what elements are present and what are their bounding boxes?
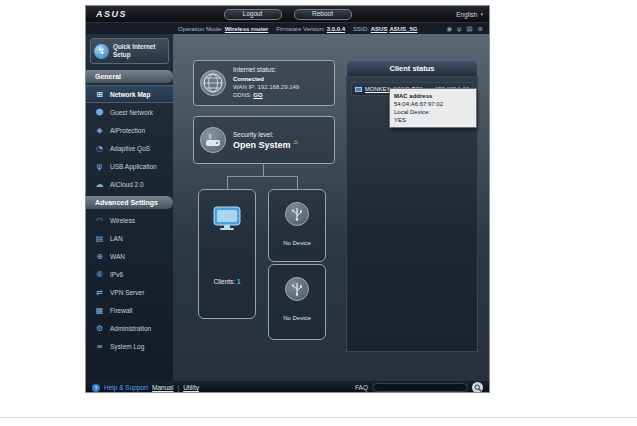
usb-device-card-2[interactable]: No Device [268, 264, 326, 340]
sidebar-item-label: USB Application [110, 163, 157, 170]
usb-icon [285, 202, 309, 226]
search-icon[interactable] [472, 382, 483, 393]
sidebar-item-label: Network Map [110, 91, 150, 98]
asus-logo: ASUS [86, 9, 127, 19]
security-level-value: Open System ⚠ [233, 138, 298, 150]
sidebar-item-system-log[interactable]: ≡ System Log [86, 337, 173, 355]
ssid-group: SSID: ASUS ASUS_5G [353, 26, 417, 32]
lan-icon: ▤ [94, 233, 105, 244]
sidebar-item-label: Guest Network [110, 109, 153, 116]
log-icon: ≡ [94, 341, 105, 352]
globe-status-icon[interactable]: ⊕ [478, 25, 483, 33]
ddns-go-link[interactable]: GO [253, 92, 262, 98]
usb-device-card-1[interactable]: No Device [268, 189, 326, 262]
sidebar-item-guest-network[interactable]: ☻ Guest Network [86, 103, 173, 121]
language-selector[interactable]: English ▾ [456, 11, 483, 18]
section-header-general: General [86, 70, 173, 83]
security-value-text: Open System [233, 140, 291, 150]
vpn-icon: ⇄ [94, 287, 105, 298]
sidebar-item-administration[interactable]: ⚙ Administration [86, 319, 173, 337]
sidebar-item-label: System Log [110, 343, 144, 350]
usb-status-icon[interactable]: ψ [457, 25, 461, 33]
internet-status-card: Internet status: Connected WAN IP: 192.1… [193, 60, 335, 106]
globe-icon: ⊕ [94, 251, 105, 262]
local-device-value: YES [394, 116, 472, 124]
connector-line [227, 176, 228, 189]
clients-label-line: Clients: 1 [199, 278, 255, 285]
sidebar-item-adaptive-qos[interactable]: ◔ Adaptive QoS [86, 139, 173, 157]
wan-ip-value: 192.168.29.149 [257, 84, 299, 90]
reboot-button[interactable]: Reboot [294, 9, 352, 20]
client-device-icon [355, 87, 362, 92]
section-header-advanced: Advanced Settings [86, 196, 173, 209]
sidebar-item-usb-application[interactable]: ψ USB Application [86, 157, 173, 175]
sidebar-item-firewall[interactable]: ▦ Firewall [86, 301, 173, 319]
sidebar-item-aiprotection[interactable]: ◈ AiProtection [86, 121, 173, 139]
quick-setup-label: Quick Internet Setup [113, 43, 165, 58]
footer-bar: ? Help & Support Manual | Utility FAQ [86, 381, 489, 393]
security-text: Security level: Open System ⚠ [233, 131, 298, 150]
sidebar-item-network-map[interactable]: ⊞ Network Map [86, 85, 173, 103]
info-bar: Operation Mode: Wireless router Firmware… [86, 22, 489, 34]
security-level-label: Security level: [233, 131, 298, 138]
sidebar-item-ipv6[interactable]: ⑥ IPv6 [86, 265, 173, 283]
client-tooltip: MAC address 54:04:A6:67:97:02 Local Devi… [389, 88, 477, 128]
router-admin-window: ASUS Logout Reboot English ▾ Operation M… [85, 5, 490, 393]
usb-icon: ψ [94, 161, 105, 172]
quick-setup-icon: ↯ [94, 44, 109, 59]
printer-status-icon[interactable]: ▤ [466, 25, 472, 33]
local-device-label: Local Device: [394, 108, 472, 116]
connector-line [227, 176, 298, 177]
sidebar-item-lan[interactable]: ▤ LAN [86, 229, 173, 247]
top-bar: ASUS Logout Reboot English ▾ [86, 6, 489, 22]
internet-status-value: Connected [233, 75, 299, 83]
connector-line [263, 164, 264, 176]
ssid-link-24g[interactable]: ASUS [371, 26, 388, 32]
monitor-icon [212, 206, 242, 236]
security-warning-icon[interactable]: ⚠ [293, 138, 298, 145]
operation-mode-link[interactable]: Wireless router [225, 26, 269, 32]
sidebar-item-label: IPv6 [110, 271, 123, 278]
sidebar-item-label: Administration [110, 325, 151, 332]
sidebar-item-label: LAN [110, 235, 123, 242]
firmware-link[interactable]: 3.0.0.4 [327, 26, 345, 32]
usb-status-label: No Device [269, 315, 325, 321]
sidebar-item-wan[interactable]: ⊕ WAN [86, 247, 173, 265]
network-map-icon: ⊞ [94, 89, 105, 100]
sidebar-item-label: Wireless [110, 217, 135, 224]
sidebar-item-wireless[interactable]: ◠ Wireless [86, 211, 173, 229]
clients-card[interactable]: Clients: 1 [198, 189, 256, 319]
wifi-status-icon[interactable]: ◉ [446, 25, 452, 33]
quick-internet-setup-button[interactable]: ↯ Quick Internet Setup [90, 38, 169, 64]
sidebar-item-label: Adaptive QoS [110, 145, 150, 152]
sidebar-item-aicloud[interactable]: ☁ AiCloud 2.0 [86, 175, 173, 193]
network-map-panel: Internet status: Connected WAN IP: 192.1… [173, 34, 489, 381]
utility-link[interactable]: Utility [183, 384, 199, 391]
guest-network-icon: ☻ [94, 107, 105, 118]
ddns-line: DDNS: GO [233, 91, 299, 99]
firmware-label: Firmware Version: [276, 26, 324, 32]
clients-label: Clients: [213, 278, 235, 285]
firewall-icon: ▦ [94, 305, 105, 316]
manual-link[interactable]: Manual [152, 384, 173, 391]
sidebar-item-label: WAN [110, 253, 125, 260]
ipv6-icon: ⑥ [94, 269, 105, 280]
faq-search-input[interactable] [372, 383, 468, 392]
sidebar-item-vpn-server[interactable]: ⇄ VPN Server [86, 283, 173, 301]
ddns-label: DDNS: [233, 92, 252, 98]
wan-ip-line: WAN IP: 192.168.29.149 [233, 83, 299, 91]
internet-status-text: Internet status: Connected WAN IP: 192.1… [233, 66, 299, 99]
wifi-icon: ◠ [94, 215, 105, 226]
help-icon[interactable]: ? [92, 384, 100, 392]
gauge-icon: ◔ [94, 143, 105, 154]
logout-button[interactable]: Logout [224, 9, 282, 20]
security-level-card: Security level: Open System ⚠ [193, 116, 335, 164]
clients-count: 1 [237, 278, 241, 285]
help-support-link[interactable]: Help & Support [104, 384, 148, 391]
mac-address-value: 54:04:A6:67:97:02 [394, 100, 472, 108]
status-icons: ◉ ψ ▤ ⊕ [446, 25, 483, 33]
ssid-link-5g[interactable]: ASUS_5G [389, 26, 417, 32]
content-row: ↯ Quick Internet Setup General ⊞ Network… [86, 34, 489, 381]
router-icon [200, 127, 226, 153]
cloud-icon: ☁ [94, 179, 105, 190]
